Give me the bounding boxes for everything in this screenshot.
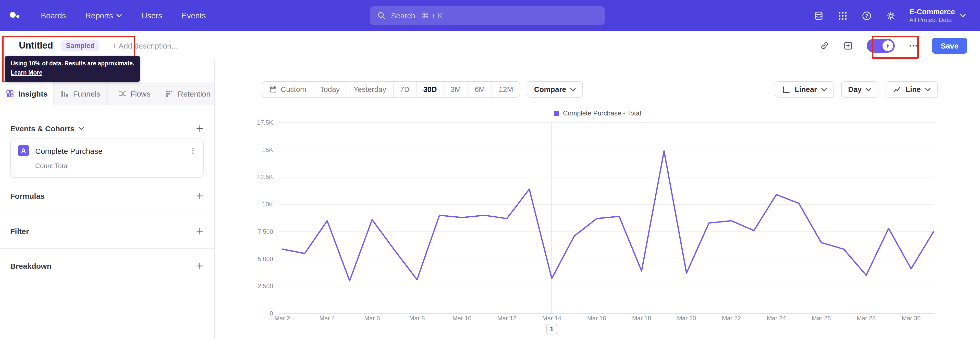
range-3m[interactable]: 3M (444, 82, 468, 97)
interval-day-button[interactable]: Day (841, 81, 878, 98)
search-shortcut: ⌘ + K (422, 11, 443, 20)
chart-type-line-button[interactable]: Line (886, 81, 938, 98)
database-icon[interactable] (813, 10, 824, 21)
compare-button[interactable]: Compare (527, 81, 583, 98)
svg-text:1: 1 (550, 325, 554, 333)
svg-text:Mar 24: Mar 24 (767, 315, 786, 321)
legend-label: Complete Purchase - Total (563, 109, 641, 117)
add-breakdown-button[interactable] (196, 262, 204, 270)
range-30d[interactable]: 30D (417, 82, 444, 97)
link-icon[interactable] (820, 41, 829, 50)
mixpanel-logo[interactable] (9, 10, 21, 22)
chevron-down-icon (865, 88, 871, 91)
date-range-segmented-control: CustomTodayYesterday7D30D3M6M12M (262, 81, 520, 98)
chart-panel: CustomTodayYesterday7D30D3M6M12M Compare… (215, 60, 980, 339)
svg-text:Mar 16: Mar 16 (587, 315, 606, 321)
chart-controls: CustomTodayYesterday7D30D3M6M12M Compare… (262, 81, 938, 98)
retention-icon (165, 89, 174, 98)
section-filter[interactable]: Filter (0, 214, 215, 248)
svg-text:10K: 10K (262, 201, 273, 208)
svg-text:?: ? (865, 13, 868, 18)
chevron-down-icon[interactable] (79, 126, 84, 130)
section-formulas[interactable]: Formulas (0, 178, 215, 213)
sampling-tooltip: Using 10% of data. Results are approxima… (5, 56, 140, 82)
svg-text:15K: 15K (262, 146, 273, 153)
svg-text:Mar 8: Mar 8 (409, 315, 425, 321)
toggle-knob (883, 40, 893, 51)
add-filter-button[interactable] (196, 227, 204, 235)
chevron-down-icon (821, 88, 827, 91)
events-cohorts-header: Events & Cohorts (10, 122, 204, 135)
tab-retention[interactable]: Retention (161, 82, 215, 105)
linear-axis-icon (782, 85, 791, 94)
settings-icon[interactable] (885, 10, 896, 21)
sampled-badge[interactable]: Sampled (61, 40, 99, 51)
chart-legend[interactable]: Complete Purchase - Total (215, 109, 980, 117)
help-icon[interactable]: ? (861, 10, 872, 21)
section-breakdown[interactable]: Breakdown (0, 248, 215, 283)
chevron-down-icon (925, 88, 931, 91)
sampling-toggle[interactable] (867, 38, 895, 52)
tab-flows[interactable]: Flows (107, 82, 161, 105)
legend-swatch (554, 110, 559, 116)
nav-item-events[interactable]: Events (182, 11, 206, 20)
svg-text:17.5K: 17.5K (257, 119, 273, 126)
svg-text:Mar 4: Mar 4 (319, 315, 335, 321)
report-header: Untitled Sampled + Add description... (0, 31, 980, 60)
insights-icon (6, 89, 14, 98)
chevron-down-icon (570, 88, 576, 91)
range-12m[interactable]: 12M (492, 82, 520, 97)
top-nav: Boards Reports Users Events Search ⌘ + K (0, 0, 980, 31)
svg-text:Mar 2: Mar 2 (274, 315, 290, 321)
report-type-tabs: Insights Funnels Flows (0, 82, 215, 105)
flows-icon (118, 89, 126, 98)
add-formula-button[interactable] (196, 191, 204, 200)
tab-funnels[interactable]: Funnels (54, 82, 108, 105)
svg-text:Mar 14: Mar 14 (542, 315, 562, 321)
report-title[interactable]: Untitled (19, 40, 53, 51)
tab-insights[interactable]: Insights (0, 82, 54, 105)
scale-linear-button[interactable]: Linear (775, 81, 834, 98)
lightning-icon (885, 43, 891, 48)
add-description[interactable]: + Add description... (113, 41, 178, 50)
sampling-tooltip-message: Using 10% of data. Results are approxima… (11, 59, 134, 69)
svg-text:Mar 12: Mar 12 (497, 315, 517, 321)
project-switcher[interactable]: E-Commerce All Project Data (909, 7, 966, 24)
funnels-icon (60, 89, 69, 98)
search-placeholder: Search (391, 11, 415, 20)
save-button[interactable]: Save (932, 38, 967, 53)
svg-text:Mar 20: Mar 20 (677, 315, 696, 321)
apps-grid-icon[interactable] (837, 10, 848, 21)
range-today[interactable]: Today (313, 82, 347, 97)
chevron-down-icon (960, 14, 966, 18)
svg-text:Mar 28: Mar 28 (857, 315, 876, 321)
range-7d[interactable]: 7D (393, 82, 417, 97)
nav-item-users[interactable]: Users (142, 11, 162, 20)
calendar-icon (269, 85, 277, 93)
search-input[interactable]: Search ⌘ + K (370, 6, 605, 25)
more-icon[interactable] (908, 41, 918, 50)
svg-text:Mar 30: Mar 30 (902, 315, 921, 321)
range-yesterday[interactable]: Yesterday (347, 82, 393, 97)
svg-text:Mar 26: Mar 26 (812, 315, 831, 321)
insights-line-chart[interactable]: 17.5K15K12.5K10K7,5005,0002,5000Mar 2Mar… (215, 118, 980, 339)
query-builder-sidebar: Insights Funnels Flows (0, 60, 215, 339)
svg-text:0: 0 (270, 310, 273, 317)
svg-text:2,500: 2,500 (258, 283, 273, 289)
add-to-board-icon[interactable] (843, 41, 853, 50)
svg-text:5,000: 5,000 (258, 256, 273, 262)
svg-text:Mar 18: Mar 18 (632, 315, 651, 321)
kebab-menu-icon[interactable] (189, 147, 197, 155)
svg-text:7,500: 7,500 (258, 228, 273, 235)
range-custom[interactable]: Custom (262, 82, 313, 97)
nav-item-boards[interactable]: Boards (41, 11, 66, 20)
add-event-button[interactable] (196, 124, 204, 133)
event-series-badge: A (18, 145, 29, 156)
line-chart-icon (893, 85, 901, 94)
project-scope: All Project Data (909, 16, 955, 24)
event-card[interactable]: A Complete Purchase Count Total (10, 138, 204, 178)
range-6m[interactable]: 6M (468, 82, 492, 97)
nav-item-reports[interactable]: Reports (85, 11, 122, 20)
learn-more-link[interactable]: Learn More (11, 69, 134, 78)
event-metric[interactable]: Count Total (35, 162, 68, 170)
